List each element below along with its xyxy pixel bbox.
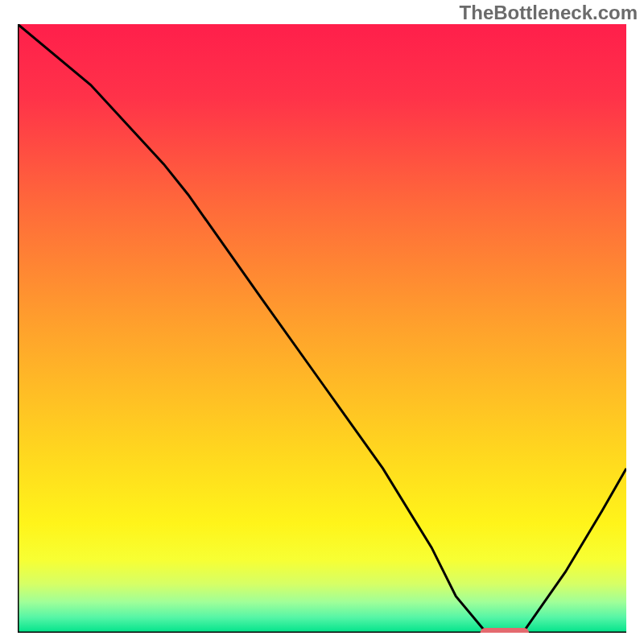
optimal-range-marker — [481, 628, 530, 633]
gradient-background — [18, 24, 626, 633]
bottleneck-chart — [18, 24, 626, 633]
watermark-text: TheBottleneck.com — [460, 2, 638, 24]
chart-container: TheBottleneck.com — [0, 0, 644, 644]
